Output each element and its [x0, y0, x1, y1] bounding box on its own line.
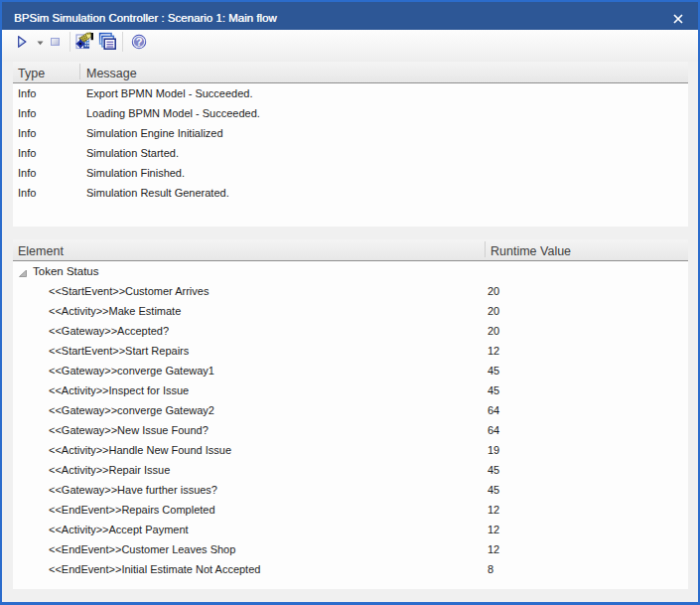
- svg-text:?: ?: [136, 36, 143, 48]
